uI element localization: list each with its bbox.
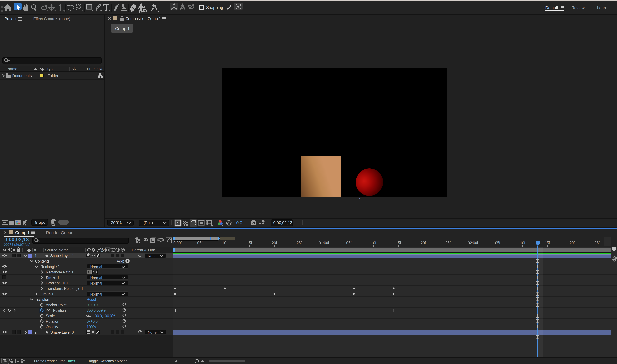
svg-text:10f: 10f: [520, 241, 525, 245]
svg-text:Snapping: Snapping: [206, 5, 223, 10]
svg-text:01:00f: 01:00f: [319, 241, 329, 245]
svg-text:200%: 200%: [111, 220, 122, 225]
svg-text:Learn: Learn: [597, 5, 607, 10]
svg-text:10f: 10f: [371, 241, 376, 245]
svg-text:15f: 15f: [247, 241, 252, 245]
svg-text:25f: 25f: [296, 241, 302, 245]
svg-text:Default: Default: [545, 5, 558, 10]
svg-text:0ms: 0ms: [68, 359, 75, 363]
svg-text:0;00;02;13: 0;00;02;13: [273, 221, 292, 225]
svg-text:Parent & Link: Parent & Link: [132, 248, 155, 252]
svg-text:25f: 25f: [594, 241, 600, 245]
svg-text:20f: 20f: [421, 241, 426, 245]
svg-text:#: #: [34, 248, 36, 252]
svg-text:20f: 20f: [570, 241, 575, 245]
svg-text:8 bpc: 8 bpc: [35, 220, 45, 225]
svg-text:+0.0: +0.0: [234, 221, 242, 225]
svg-text:15f: 15f: [545, 241, 550, 245]
svg-text:02:00f: 02:00f: [468, 241, 478, 245]
svg-text:20f: 20f: [272, 241, 277, 245]
svg-text:05f: 05f: [495, 241, 501, 245]
svg-text:Frame Render Time:: Frame Render Time:: [34, 359, 66, 363]
svg-text:05f: 05f: [197, 241, 203, 245]
svg-text:Review: Review: [571, 5, 585, 10]
svg-text:05f: 05f: [346, 241, 352, 245]
svg-text:0:00f: 0:00f: [173, 241, 182, 245]
svg-text:Toggle Switches / Modes: Toggle Switches / Modes: [88, 359, 127, 363]
svg-text:10f: 10f: [222, 241, 228, 245]
svg-text:fx: fx: [101, 248, 105, 253]
svg-text:(Full): (Full): [143, 220, 153, 225]
svg-text:25f: 25f: [446, 241, 451, 245]
svg-text:15f: 15f: [396, 241, 401, 245]
svg-text:Source Name: Source Name: [45, 248, 69, 252]
